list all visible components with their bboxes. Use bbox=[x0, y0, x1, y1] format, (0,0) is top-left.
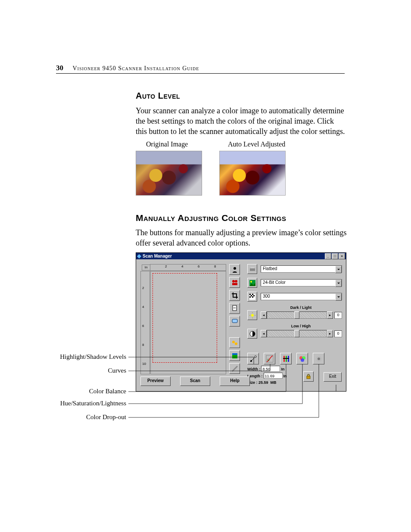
svg-rect-18 bbox=[252, 294, 253, 295]
tool-photo-icon[interactable] bbox=[229, 337, 240, 348]
page-header: 30 Visioneer 9450 Scanner Installation G… bbox=[56, 64, 199, 72]
ruler-v-tick: 4 bbox=[142, 305, 144, 309]
dropdown-icon[interactable] bbox=[335, 293, 342, 301]
guide-title: Visioneer 9450 Scanner Installation Guid… bbox=[73, 65, 199, 72]
highlight-shadow-button[interactable] bbox=[247, 353, 259, 364]
ruler-v-tick: 8 bbox=[142, 343, 144, 347]
main-buttons: Preview Scan Help bbox=[140, 376, 250, 386]
slider-right-icon[interactable]: ► bbox=[327, 311, 333, 319]
resolution-value: 300 bbox=[263, 294, 270, 299]
scan-method-value: Flatbed bbox=[263, 266, 277, 271]
svg-point-29 bbox=[250, 360, 252, 362]
caption-adjusted: Auto Level Adjusted bbox=[228, 140, 285, 148]
svg-text:A4: A4 bbox=[234, 307, 236, 309]
settings-panel: Flatbed 24-Bit Color 300 Dark / Light ◄ … bbox=[247, 264, 342, 342]
svg-rect-20 bbox=[253, 295, 255, 296]
tool-auto-icon[interactable] bbox=[229, 350, 240, 361]
low-high-value: 0 bbox=[334, 330, 342, 337]
resolution-select[interactable]: 300 bbox=[261, 293, 342, 300]
header-rule bbox=[56, 73, 345, 74]
color-tools-row: G bbox=[247, 353, 324, 364]
help-button[interactable]: Help bbox=[220, 376, 250, 386]
svg-rect-21 bbox=[249, 296, 251, 298]
svg-rect-42 bbox=[307, 376, 310, 379]
svg-point-39 bbox=[301, 358, 304, 362]
ruler-h-tick: 4 bbox=[181, 264, 183, 268]
svg-rect-12 bbox=[250, 268, 255, 271]
tool-portrait-icon[interactable] bbox=[229, 264, 240, 275]
svg-rect-13 bbox=[251, 267, 254, 268]
svg-rect-19 bbox=[251, 295, 252, 296]
tool-manual-icon[interactable] bbox=[229, 363, 240, 374]
titlebar[interactable]: Scan Manager _ □ × bbox=[136, 253, 346, 259]
svg-rect-11 bbox=[232, 353, 237, 355]
svg-text:G: G bbox=[267, 358, 269, 361]
ruler-unit[interactable]: In bbox=[142, 264, 150, 271]
ruler-vertical[interactable]: 2 4 6 8 10 bbox=[140, 271, 150, 374]
svg-point-30 bbox=[255, 356, 256, 358]
preview-button[interactable]: Preview bbox=[140, 376, 171, 386]
slider-right-icon[interactable]: ► bbox=[327, 330, 333, 337]
svg-rect-7 bbox=[232, 319, 237, 323]
paragraph-manual: The buttons for manually adjusting a pre… bbox=[136, 227, 347, 248]
width-field[interactable]: 8.50 bbox=[261, 366, 280, 372]
svg-rect-4 bbox=[232, 283, 237, 285]
minimize-button[interactable]: _ bbox=[325, 253, 331, 259]
slider-left-icon[interactable]: ◄ bbox=[261, 330, 267, 337]
low-high-label: Low / High bbox=[260, 324, 342, 328]
svg-point-8 bbox=[232, 341, 235, 343]
size-value: 25.59 bbox=[258, 380, 268, 385]
scan-method-select[interactable]: Flatbed bbox=[261, 265, 342, 273]
lock-button[interactable] bbox=[303, 371, 314, 382]
scan-selection[interactable] bbox=[153, 273, 217, 363]
scan-button[interactable]: Scan bbox=[180, 376, 210, 386]
preview-canvas[interactable] bbox=[150, 271, 226, 374]
dark-light-slider[interactable] bbox=[267, 311, 327, 319]
low-high-slider[interactable] bbox=[267, 330, 327, 337]
svg-marker-0 bbox=[137, 254, 141, 258]
tool-pagesize-icon[interactable]: A4 bbox=[229, 303, 240, 314]
slider-thumb[interactable] bbox=[294, 311, 299, 319]
dropdown-icon[interactable] bbox=[335, 266, 342, 273]
svg-rect-17 bbox=[249, 294, 251, 295]
curves-button[interactable]: G bbox=[264, 353, 275, 364]
maximize-button[interactable]: □ bbox=[332, 253, 338, 259]
tool-rotate-icon[interactable] bbox=[229, 316, 240, 327]
callout-color-balance: Color Balance bbox=[50, 388, 126, 395]
window-title: Scan Manager bbox=[143, 254, 172, 258]
callout-highlight-shadow: Highlight/Shadow Levels bbox=[50, 353, 126, 361]
heading-auto-level: Auto Level bbox=[136, 91, 180, 101]
thumbnail-original bbox=[136, 151, 202, 196]
svg-point-9 bbox=[235, 342, 237, 345]
svg-point-15 bbox=[250, 281, 252, 283]
hue-saturation-button[interactable] bbox=[296, 353, 308, 364]
ruler-h-tick: 2 bbox=[165, 264, 167, 268]
contrast-icon bbox=[247, 329, 257, 339]
scan-method-icon bbox=[247, 264, 257, 274]
thumbnail-adjusted bbox=[219, 151, 286, 196]
brightness-icon bbox=[247, 310, 257, 320]
close-button[interactable]: × bbox=[339, 253, 345, 259]
callout-curves: Curves bbox=[50, 367, 126, 374]
caption-original: Original Image bbox=[146, 140, 188, 148]
color-balance-button[interactable] bbox=[280, 353, 292, 364]
slider-left-icon[interactable]: ◄ bbox=[261, 311, 267, 319]
dark-light-value: 0 bbox=[334, 312, 342, 319]
length-field[interactable]: 11.69 bbox=[264, 373, 283, 379]
dark-light-label: Dark / Light bbox=[260, 305, 342, 310]
svg-point-1 bbox=[234, 267, 236, 270]
dropdown-icon[interactable] bbox=[335, 280, 342, 287]
ruler-h-tick: 6 bbox=[198, 264, 199, 268]
paragraph-auto-level: Your scanner can analyze a color image t… bbox=[136, 106, 347, 137]
tool-crop-icon[interactable] bbox=[229, 290, 240, 301]
color-dropout-button[interactable] bbox=[313, 353, 324, 364]
ruler-v-tick: 6 bbox=[142, 324, 144, 328]
svg-point-23 bbox=[251, 314, 254, 317]
exit-button[interactable]: Exit bbox=[324, 372, 342, 382]
image-type-select[interactable]: 24-Bit Color bbox=[261, 279, 342, 286]
slider-thumb[interactable] bbox=[294, 330, 299, 337]
tool-duplex-icon[interactable] bbox=[229, 277, 240, 288]
svg-point-2 bbox=[232, 280, 235, 283]
ruler-horizontal[interactable]: In 2 4 6 8 bbox=[150, 264, 226, 271]
preview-panel: In 2 4 6 8 2 4 6 8 10 bbox=[140, 264, 226, 374]
